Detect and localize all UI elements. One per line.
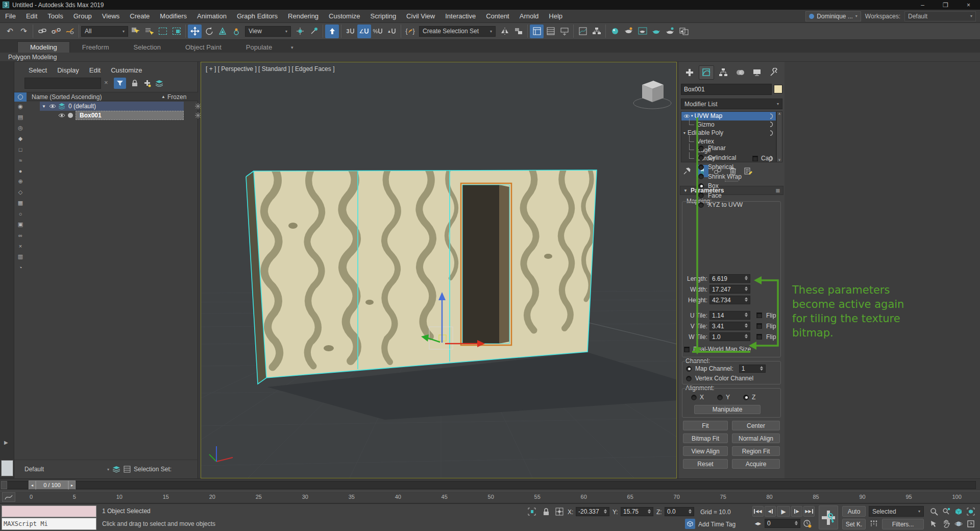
layers-icon[interactable] xyxy=(153,78,165,89)
display-helpers-icon[interactable]: □ xyxy=(14,144,27,155)
frame-nudge-buttons[interactable]: ◀▶ xyxy=(752,518,764,529)
menu-item[interactable]: Help xyxy=(544,12,568,20)
select-and-link-icon[interactable] xyxy=(35,25,49,38)
zoom-extents-selected-icon[interactable] xyxy=(952,506,964,517)
object-name-field[interactable]: Box001 xyxy=(681,84,772,95)
display-lights-icon[interactable]: ◎ xyxy=(14,123,27,133)
menu-item[interactable]: Animation xyxy=(192,12,232,20)
display-xrefs-icon[interactable]: ○ xyxy=(14,208,27,219)
keyboard-shortcut-override-icon[interactable] xyxy=(325,25,339,38)
uvw-tool-button[interactable]: Fit xyxy=(683,421,728,430)
active-layer-label[interactable]: Default xyxy=(14,466,44,473)
tab-utilities[interactable] xyxy=(766,65,781,80)
real-world-option[interactable]: Real-World Map Size xyxy=(684,346,751,353)
tab-motion[interactable] xyxy=(732,65,748,80)
bind-to-space-warp-icon[interactable] xyxy=(63,25,77,38)
layer-dropdown-caret-icon[interactable]: ▾ xyxy=(107,467,109,472)
menu-item[interactable]: Scripting xyxy=(365,12,402,20)
axis-radio[interactable]: Z xyxy=(743,394,755,401)
menu-item[interactable]: Civil View xyxy=(401,12,440,20)
display-groups-icon[interactable]: ▦ xyxy=(14,198,27,208)
cap-option[interactable]: Cap xyxy=(752,155,772,162)
radio-icon[interactable] xyxy=(698,202,704,208)
filter-icon[interactable] xyxy=(114,78,126,89)
isolate-selection-icon[interactable] xyxy=(526,506,537,517)
mapping-option-label[interactable]: Face xyxy=(708,192,722,199)
select-object-icon[interactable] xyxy=(128,25,142,38)
next-frame-button[interactable]: ▶ xyxy=(791,506,802,517)
spinner-arrows[interactable] xyxy=(745,297,748,303)
modifier-lamp-icon[interactable] xyxy=(769,122,774,127)
spinner-field[interactable]: 1.0 xyxy=(709,332,750,341)
menu-item[interactable]: Edit xyxy=(21,12,42,20)
spinner-field[interactable]: 3.41 xyxy=(709,322,750,330)
select-and-move-icon[interactable] xyxy=(188,25,202,38)
uvw-tool-button[interactable]: Center xyxy=(732,421,780,430)
modifier-stack-row[interactable]: ▾ ▾ UVW Map xyxy=(681,112,776,120)
spinner-field[interactable]: 1.14 xyxy=(709,311,750,320)
use-pivot-point-center-icon[interactable] xyxy=(293,25,307,38)
spinner-field[interactable]: 17.247 xyxy=(709,285,750,294)
spinner-arrows[interactable] xyxy=(745,333,748,340)
toggle-scene-explorer-icon[interactable] xyxy=(530,25,544,38)
time-slider[interactable]: ◂ 0 / 100 ▸ xyxy=(0,478,980,491)
toggle-ribbon-icon[interactable] xyxy=(557,25,571,38)
render-in-cloud-icon[interactable] xyxy=(663,25,677,38)
go-to-start-button[interactable]: ◀◀ xyxy=(752,506,764,517)
mapping-radio-row[interactable]: Spherical xyxy=(679,162,781,172)
orbit-icon[interactable] xyxy=(952,518,964,529)
mapping-radio-row[interactable]: Planar xyxy=(679,143,781,153)
uvw-tool-button[interactable]: Normal Align xyxy=(732,433,780,443)
redo-icon[interactable]: ↷ xyxy=(17,25,31,38)
open-gallery-icon[interactable] xyxy=(677,25,691,38)
maximize-viewport-toggle-icon[interactable] xyxy=(965,518,976,529)
menu-item[interactable]: Arnold xyxy=(514,12,544,20)
track-bar[interactable]: 0510152025303540455055606570758085909510… xyxy=(0,491,980,503)
close-button[interactable]: × xyxy=(957,0,980,10)
modifier-label[interactable]: Gizmo xyxy=(697,121,715,128)
ribbon-tab[interactable]: Freeform xyxy=(70,41,121,53)
spinner-arrows[interactable] xyxy=(745,275,748,282)
modifier-label[interactable]: UVW Map xyxy=(695,112,723,119)
uvw-tool-button[interactable]: View Align xyxy=(683,446,728,456)
selection-filter-dropdown[interactable]: All▾ xyxy=(81,26,128,37)
menu-item[interactable]: Views xyxy=(97,12,125,20)
modifier-stack-row[interactable]: ▾ ▾ Editable Poly xyxy=(681,129,776,137)
mapping-radio-row[interactable]: Box xyxy=(679,181,781,191)
menu-item[interactable]: Graph Editors xyxy=(232,12,283,20)
render-production-icon[interactable] xyxy=(649,25,663,38)
ribbon-config-dropdown[interactable]: ▾ xyxy=(284,42,300,53)
x-coordinate-field[interactable]: -20.337 xyxy=(576,507,609,516)
align-icon[interactable] xyxy=(511,25,525,38)
angle-snap-toggle-icon[interactable]: ∠ xyxy=(357,25,371,38)
menu-item[interactable]: Group xyxy=(68,12,97,20)
explorer-search-input[interactable] xyxy=(24,78,101,89)
panel-expander-icon[interactable]: ▶ xyxy=(4,440,8,445)
spinner-arrows[interactable] xyxy=(745,312,748,319)
ribbon-tab[interactable]: Modeling xyxy=(17,41,70,53)
spinner-snap-toggle-icon[interactable]: ▲ xyxy=(385,25,399,38)
time-slider-track[interactable] xyxy=(3,481,976,489)
modifier-lamp-icon[interactable] xyxy=(769,130,774,136)
eye-icon[interactable] xyxy=(49,104,56,109)
time-tag-icon[interactable] xyxy=(685,519,695,529)
display-frozen-icon[interactable]: ∞ xyxy=(14,230,27,240)
auto-key-button[interactable]: Auto xyxy=(842,506,866,517)
map-channel-field[interactable]: 1 xyxy=(739,365,766,373)
tab-display[interactable] xyxy=(749,65,765,80)
radio-icon[interactable] xyxy=(698,174,704,179)
vertex-color-row[interactable]: Vertex Color Channel xyxy=(686,375,753,382)
zoom-icon[interactable] xyxy=(928,506,940,517)
reference-coordinate-system-dropdown[interactable]: View▾ xyxy=(245,26,291,37)
select-and-manipulate-icon[interactable] xyxy=(307,25,321,38)
previous-frame-button[interactable]: ◀ xyxy=(765,506,776,517)
previous-frame-icon[interactable]: ◂ xyxy=(29,480,36,490)
explorer-menu-item[interactable]: Edit xyxy=(89,66,101,74)
radio-icon[interactable] xyxy=(698,164,704,170)
radio-icon[interactable] xyxy=(698,155,704,160)
modifier-lamp-icon[interactable] xyxy=(769,113,774,119)
schematic-view-icon[interactable] xyxy=(590,25,603,38)
expand-caret-icon[interactable]: ▾ xyxy=(683,131,685,135)
uvw-tool-button[interactable]: Region Fit xyxy=(732,446,780,456)
menu-item[interactable]: Modifiers xyxy=(155,12,192,20)
